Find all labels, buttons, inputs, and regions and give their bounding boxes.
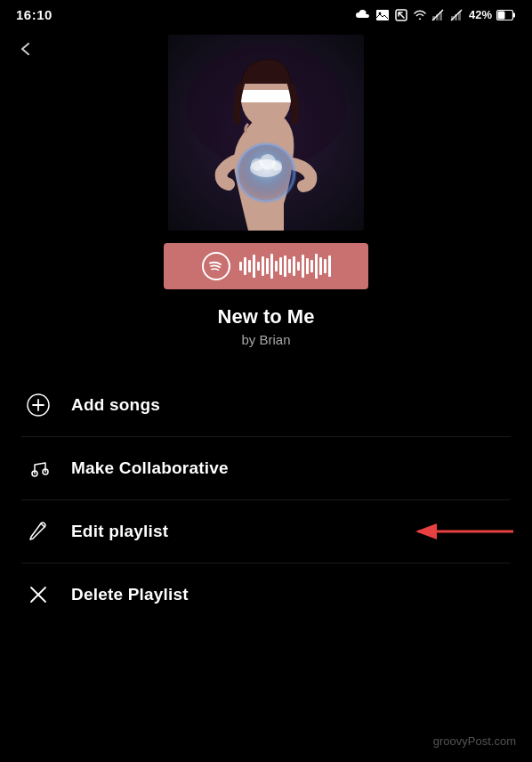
spotify-code-bar bbox=[164, 243, 368, 289]
svg-point-23 bbox=[271, 160, 282, 171]
track-artist: by Brian bbox=[0, 332, 532, 347]
annotation-arrow bbox=[411, 515, 518, 547]
album-art-image bbox=[168, 35, 364, 231]
signal-icon-1 bbox=[431, 9, 446, 21]
status-time: 16:10 bbox=[16, 7, 52, 22]
menu-item-delete-playlist[interactable]: Delete Playlist bbox=[21, 563, 511, 626]
wifi-icon bbox=[413, 9, 427, 21]
spotify-barcode bbox=[239, 252, 331, 280]
battery-percentage: 42% bbox=[469, 8, 492, 21]
make-collaborative-label: Make Collaborative bbox=[71, 458, 229, 478]
signal-icon-2 bbox=[450, 9, 464, 21]
arrow-annotation bbox=[411, 515, 518, 547]
spotify-logo bbox=[202, 252, 230, 280]
battery-icon bbox=[496, 10, 516, 20]
image-icon bbox=[375, 9, 390, 21]
watermark: groovyPost.com bbox=[433, 734, 516, 748]
artist-name: Brian bbox=[259, 332, 290, 347]
svg-rect-17 bbox=[238, 90, 294, 102]
track-title: New to Me bbox=[0, 305, 532, 328]
svg-line-32 bbox=[41, 523, 44, 527]
menu-list: Add songs Make Collaborative Edit playli… bbox=[0, 374, 532, 626]
add-songs-label: Add songs bbox=[71, 395, 160, 415]
x-mark-icon bbox=[25, 581, 52, 608]
menu-item-add-songs[interactable]: Add songs bbox=[21, 374, 511, 437]
artist-prefix: by bbox=[241, 332, 255, 347]
status-bar: 16:10 bbox=[0, 0, 532, 26]
album-art bbox=[168, 35, 364, 231]
edit-playlist-label: Edit playlist bbox=[71, 522, 168, 541]
svg-rect-12 bbox=[512, 12, 515, 17]
back-button[interactable] bbox=[16, 39, 36, 62]
back-icon bbox=[16, 39, 36, 59]
nfc-icon bbox=[394, 8, 408, 22]
track-info: New to Me by Brian bbox=[0, 305, 532, 347]
menu-item-make-collaborative[interactable]: Make Collaborative bbox=[21, 437, 511, 500]
svg-rect-0 bbox=[376, 10, 389, 20]
status-icons: 42% bbox=[355, 8, 516, 22]
cloud-icon bbox=[355, 9, 371, 21]
delete-playlist-label: Delete Playlist bbox=[71, 585, 189, 604]
plus-circle-icon bbox=[25, 392, 52, 418]
music-note-icon bbox=[25, 455, 52, 482]
pencil-icon bbox=[25, 518, 52, 545]
menu-item-edit-playlist[interactable]: Edit playlist bbox=[21, 500, 511, 563]
svg-rect-13 bbox=[498, 11, 505, 19]
album-art-container bbox=[0, 26, 532, 231]
